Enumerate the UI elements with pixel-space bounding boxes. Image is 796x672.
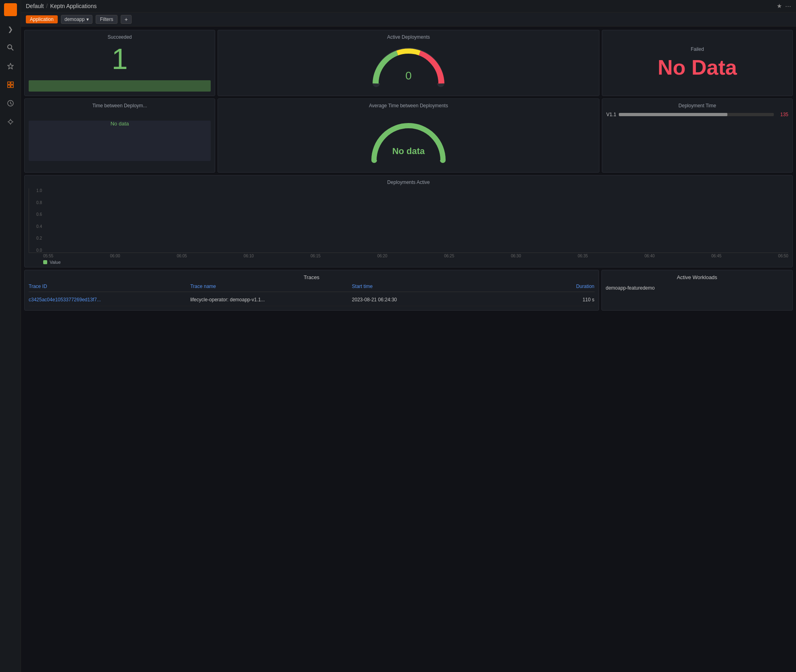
dep-time-bar-container [619,113,774,116]
gauge-svg: 0 [368,43,449,92]
deployment-time-title: Deployment Time [606,103,788,109]
svg-marker-3 [8,63,13,69]
time-between-title: Time between Deploym... [29,103,211,109]
topbar-actions: ★ ⋯ [777,2,791,10]
failed-panel: Failed No Data [602,30,793,96]
bar-chart-y-labels: 1.00.80.60.40.20.0 [29,188,44,253]
workloads-title: Active Workloads [606,274,789,280]
dashboard-content: Succeeded 1 Active Deployments [21,27,796,672]
trace-id-cell[interactable]: c3425ac04e1053377269ed13f7... [29,297,190,303]
deployments-active-title: Deployments Active [29,179,788,185]
col-duration[interactable]: Duration [513,284,594,289]
share-icon[interactable]: ⋯ [785,2,791,10]
bottom-row: Traces Trace ID Trace name Start time Du… [24,270,793,311]
breadcrumb-sep: / [46,3,48,9]
deployments-active-panel: Deployments Active 1.00.80.60.40.20.0 [24,175,793,267]
legend-label: Value [50,260,61,265]
succeeded-panel: Succeeded 1 [24,30,215,96]
trace-start-cell: 2023-08-21 06:24:30 [352,297,513,303]
breadcrumb-page[interactable]: Keptn Applications [50,3,96,9]
dep-time-version: V1.1 [606,112,616,117]
add-filter-button[interactable]: + [121,15,131,24]
dashboards-icon[interactable] [5,79,16,90]
breadcrumb: Default / Keptn Applications [26,3,96,9]
trace-name-cell: lifecycle-operator: demoapp-v1.1... [190,297,352,303]
chart-legend: Value [29,260,788,265]
failed-no-data: No Data [658,55,737,79]
breadcrumb-default[interactable]: Default [26,3,44,9]
trace-duration-cell: 110 s [513,297,594,303]
succeeded-value: 1 [29,43,211,77]
app-value-dropdown[interactable]: demoapp ▾ [61,15,92,24]
dep-time-value: 135 [776,112,788,117]
svg-line-2 [11,48,13,50]
avg-gauge-svg: No data [368,112,449,168]
traces-panel: Traces Trace ID Trace name Start time Du… [24,270,599,311]
avg-time-title: Average Time between Deployments [222,103,595,109]
svg-rect-5 [11,82,13,84]
application-filter-tag[interactable]: Application [26,15,58,23]
bar-chart-area: 1.00.80.60.40.20.0 [29,188,788,253]
star-icon[interactable]: ★ [777,2,782,10]
active-deployments-panel: Active Deployments 0 [218,30,599,96]
starred-icon[interactable] [5,61,16,72]
svg-text:No data: No data [392,146,425,156]
alerts-icon[interactable] [5,116,16,127]
svg-text:0: 0 [405,69,412,82]
deployment-time-panel: Deployment Time V1.1 135 [602,98,793,173]
col-start-time[interactable]: Start time [352,284,513,289]
sidebar: ❯ [0,0,21,672]
traces-title: Traces [29,274,595,280]
failed-title: Failed [691,46,704,52]
legend-dot [43,260,47,264]
gauge-container: 0 [222,43,595,92]
avg-time-panel: Average Time between Deployments No data [218,98,599,173]
table-header: Trace ID Trace name Start time Duration [29,284,595,292]
workloads-panel: Active Workloads demoapp-featuredemo [601,270,793,311]
svg-rect-4 [8,82,10,84]
time-between-panel: Time between Deploym... No data [24,98,215,173]
active-deployments-title: Active Deployments [222,34,595,40]
topbar: Default / Keptn Applications ★ ⋯ [21,0,796,13]
avg-gauge-container: No data [222,112,595,168]
main-content: Default / Keptn Applications ★ ⋯ Applica… [21,0,796,672]
dep-time-row: V1.1 135 [606,112,788,117]
svg-rect-7 [11,85,13,88]
svg-rect-6 [8,85,10,88]
app-logo [4,3,17,16]
filters-button[interactable]: Filters [96,15,118,24]
svg-point-1 [8,45,12,49]
filterbar: Application demoapp ▾ Filters + [21,13,796,27]
mid-row: Time between Deploym... No data Average … [24,98,793,173]
time-between-no-data: No data [29,121,211,127]
bar-chart-x-labels: 05:5506:0006:0506:1006:1506:2006:2506:30… [29,254,788,258]
time-between-chart: No data [29,121,211,161]
workload-item: demoapp-featuredemo [606,284,789,292]
dep-time-bar [619,113,727,116]
collapse-icon[interactable]: ❯ [5,23,16,35]
explore-icon[interactable] [5,98,16,109]
succeeded-bar [29,80,211,92]
table-row: c3425ac04e1053377269ed13f7... lifecycle-… [29,294,595,306]
search-icon[interactable] [5,42,16,53]
svg-point-9 [9,120,12,123]
top-row: Succeeded 1 Active Deployments [24,30,793,96]
col-trace-id[interactable]: Trace ID [29,284,190,289]
succeeded-title: Succeeded [29,34,211,40]
col-trace-name[interactable]: Trace name [190,284,352,289]
